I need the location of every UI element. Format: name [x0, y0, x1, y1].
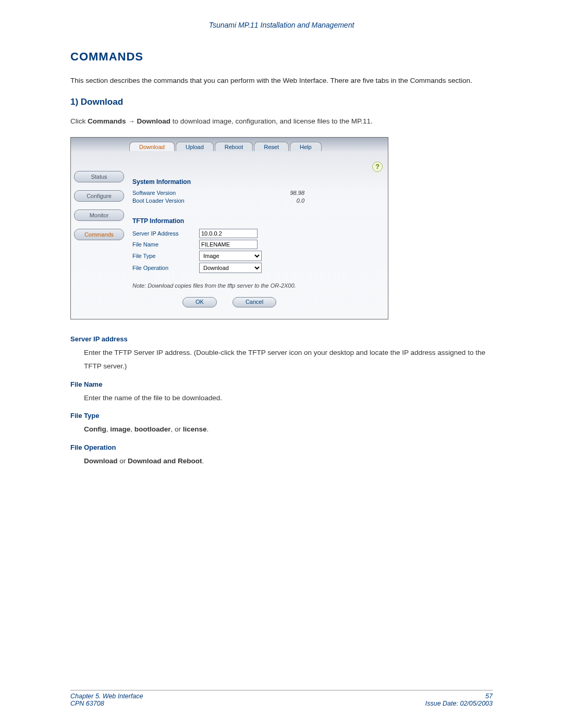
label-bootloader-version: Boot Loader Version: [132, 198, 242, 204]
sidebar-item-configure[interactable]: Configure: [74, 190, 124, 202]
web-interface-screenshot: Download Upload Reboot Reset Help ? Stat…: [70, 137, 388, 319]
footer-cpn: CPN 63708: [70, 700, 143, 707]
label-software-version: Software Version: [132, 190, 242, 196]
cancel-button[interactable]: Cancel: [232, 297, 276, 307]
tftp-heading: TFTP Information: [132, 217, 381, 225]
top-tabs: Download Upload Reboot Reset Help: [129, 140, 384, 151]
fo-sep1: or: [118, 457, 128, 465]
tab-download[interactable]: Download: [129, 142, 175, 151]
ft-license: license: [183, 425, 207, 433]
select-file-operation[interactable]: Download: [199, 263, 262, 273]
body-file-name: Enter the name of the file to be downloa…: [84, 391, 493, 405]
content-area: System Information Software Version 98.9…: [132, 174, 381, 307]
side-nav: Status Configure Monitor Commands: [74, 171, 124, 248]
body-file-operation: Download or Download and Reboot.: [84, 454, 493, 468]
body-server-ip: Enter the TFTP Server IP address. (Doubl…: [84, 346, 493, 373]
value-bootloader-version: 0.0: [242, 198, 310, 204]
ft-config: Config: [84, 425, 106, 433]
tab-reset[interactable]: Reset: [254, 142, 289, 151]
label-file-type: File Type: [132, 253, 199, 259]
sidebar-item-commands[interactable]: Commands: [74, 229, 124, 240]
term-server-ip: Server IP address: [70, 335, 493, 343]
click-instruction: Click Commands → Download to download im…: [70, 115, 493, 128]
fo-download: Download: [84, 457, 118, 465]
footer-page-number: 57: [425, 693, 493, 700]
sysinfo-heading: System Information: [132, 178, 381, 186]
ft-sep3: , or: [171, 425, 183, 433]
button-row: OK Cancel: [132, 297, 381, 307]
label-file-operation: File Operation: [132, 265, 199, 271]
click-prefix: Click: [70, 117, 88, 125]
sidebar-item-monitor[interactable]: Monitor: [74, 209, 124, 221]
doc-header: Tsunami MP.11 Installation and Managemen…: [70, 21, 493, 29]
footer-chapter: Chapter 5. Web Interface: [70, 693, 143, 700]
row-server-ip: Server IP Address: [132, 229, 381, 238]
ft-sep4: .: [207, 425, 209, 433]
fo-download-reboot: Download and Reboot: [128, 457, 202, 465]
ft-sep2: ,: [130, 425, 134, 433]
ft-image: image: [110, 425, 130, 433]
page-footer: Chapter 5. Web Interface CPN 63708 57 Is…: [70, 690, 493, 707]
row-file-operation: File Operation Download: [132, 263, 381, 273]
ok-button[interactable]: OK: [182, 297, 217, 307]
tab-reboot[interactable]: Reboot: [215, 142, 253, 151]
term-file-type: File Type: [70, 412, 493, 419]
tab-help[interactable]: Help: [290, 142, 322, 151]
label-server-ip: Server IP Address: [132, 230, 199, 237]
label-file-name: File Name: [132, 241, 199, 248]
body-file-type: Config, image, bootloader, or license.: [84, 423, 493, 436]
note-text: Note: Download copies files from the tft…: [132, 282, 381, 289]
click-suffix: to download image, configuration, and li…: [170, 117, 373, 125]
select-file-type[interactable]: Image: [199, 251, 262, 261]
section-title: COMMANDS: [70, 50, 493, 64]
row-file-name: File Name: [132, 240, 381, 249]
intro-paragraph: This section describes the commands that…: [70, 74, 493, 88]
fo-sep2: .: [202, 457, 204, 465]
term-file-operation: File Operation: [70, 443, 493, 451]
row-file-type: File Type Image: [132, 251, 381, 261]
tab-upload[interactable]: Upload: [176, 142, 214, 151]
input-file-name[interactable]: [199, 240, 258, 249]
click-path: Commands → Download: [88, 117, 170, 125]
term-file-name: File Name: [70, 380, 493, 388]
row-software-version: Software Version 98.98: [132, 190, 381, 196]
row-bootloader-version: Boot Loader Version 0.0: [132, 198, 381, 204]
sidebar-item-status[interactable]: Status: [74, 171, 124, 182]
input-server-ip[interactable]: [199, 229, 258, 238]
sub-title-download: 1) Download: [70, 97, 493, 107]
footer-issue-date: Issue Date: 02/05/2003: [425, 700, 493, 707]
help-icon[interactable]: ?: [372, 162, 383, 172]
ft-bootloader: bootloader: [134, 425, 171, 433]
value-software-version: 98.98: [242, 190, 310, 196]
definitions: Server IP address Enter the TFTP Server …: [70, 335, 493, 467]
